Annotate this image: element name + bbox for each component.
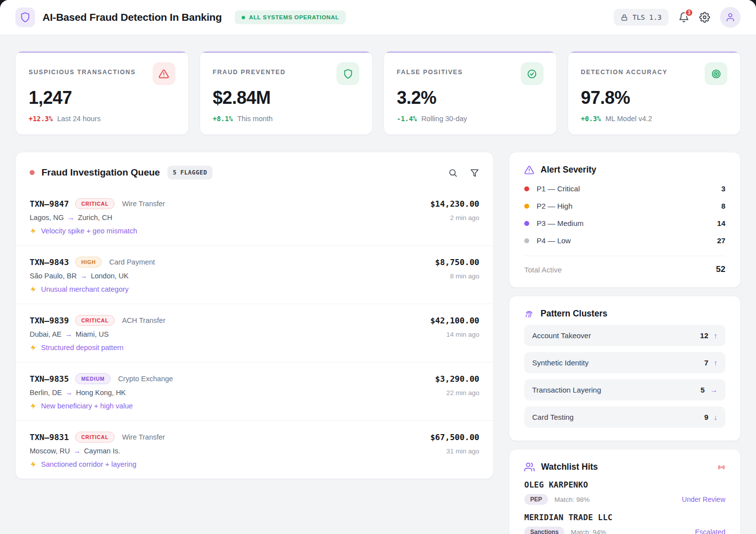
- cluster-row[interactable]: Transaction Layering 5 →: [524, 379, 725, 400]
- panel-title: Alert Severity: [541, 165, 596, 175]
- severity-dot-icon: [524, 221, 529, 226]
- transaction-id: TXN–9839: [30, 316, 69, 325]
- watchlist-status-link[interactable]: Escalated: [695, 528, 725, 534]
- transaction-amount: $8,750.00: [435, 258, 479, 267]
- panel-title: Pattern Clusters: [541, 309, 607, 319]
- transaction-row[interactable]: TXN–9847 CRITICAL Wire Transfer $14,230.…: [16, 187, 493, 245]
- route-from: São Paulo, BR: [30, 272, 77, 280]
- cluster-row[interactable]: Synthetic Identity 7 ↑: [524, 352, 725, 373]
- transaction-type: Wire Transfer: [122, 200, 165, 208]
- queue-header: Fraud Investigation Queue 5 FLAGGED: [16, 152, 493, 187]
- severity-dot-icon: [524, 186, 529, 191]
- stat-icon-chip: [521, 62, 544, 85]
- queue-title: Fraud Investigation Queue: [42, 167, 160, 178]
- severity-stat-row: P2 — High 8: [524, 197, 725, 215]
- route-arrow-icon: →: [65, 330, 73, 338]
- trend-down-icon: ↓: [714, 413, 718, 421]
- fraud-flag-reason: New beneficiary + high value: [41, 402, 133, 410]
- transaction-time: 22 min ago: [446, 389, 479, 397]
- severity-stat-row: P3 — Medium 14: [524, 215, 725, 232]
- flagged-count-badge: 5 FLAGGED: [168, 166, 213, 179]
- severity-count: 8: [721, 202, 725, 210]
- transaction-id: TXN–9843: [30, 258, 69, 267]
- severity-badge: CRITICAL: [75, 315, 114, 326]
- stat-label: FRAUD PREVENTED: [213, 69, 286, 76]
- watchlist-status-link[interactable]: Under Review: [682, 495, 725, 503]
- fraud-queue-panel: Fraud Investigation Queue 5 FLAGGED TXN–…: [15, 152, 494, 479]
- stat-label: DETECTION ACCURACY: [581, 69, 668, 76]
- header-actions: TLS 1.3 3: [614, 7, 741, 28]
- stat-value: 97.8%: [581, 88, 728, 108]
- transaction-row[interactable]: TXN–9839 CRITICAL ACH Transfer $42,100.0…: [16, 304, 493, 362]
- alert-triangle-icon: [524, 165, 534, 175]
- notifications-button[interactable]: 3: [678, 12, 689, 23]
- fraud-flag-reason: Sanctioned corridor + layering: [41, 460, 136, 468]
- route-to: London, UK: [91, 272, 129, 280]
- transaction-amount: $14,230.00: [430, 199, 479, 209]
- settings-button[interactable]: [699, 12, 710, 23]
- stat-label: SUSPICIOUS TRANSACTIONS: [29, 69, 136, 76]
- queue-dot-icon: [30, 170, 35, 175]
- fraud-dashboard-page: AI-Based Fraud Detection In Banking ALL …: [0, 0, 756, 534]
- trend-up-icon: ↑: [714, 358, 718, 367]
- stat-caption: Rolling 30-day: [421, 115, 467, 123]
- transaction-row[interactable]: TXN–9835 MEDIUM Crypto Exchange $3,290.0…: [16, 362, 493, 420]
- gear-icon: [699, 12, 710, 23]
- stat-icon-chip: [336, 62, 359, 85]
- filter-button[interactable]: [470, 168, 479, 178]
- severity-dot-icon: [524, 238, 529, 243]
- user-avatar[interactable]: [720, 7, 741, 28]
- stat-card-false-positives: FALSE POSITIVES 3.2% -1.4% Rolling 30-da…: [383, 51, 557, 135]
- stat-label: FALSE POSITIVES: [397, 69, 463, 76]
- stat-delta: +8.1%: [213, 115, 233, 123]
- watchlist-list-badge: PEP: [524, 494, 548, 505]
- transaction-amount: $67,500.00: [430, 433, 479, 442]
- stat-delta: +0.3%: [581, 115, 601, 123]
- filter-funnel-icon: [470, 168, 479, 178]
- search-button[interactable]: [448, 168, 458, 178]
- transaction-time: 31 min ago: [446, 447, 479, 455]
- stat-delta: +12.3%: [29, 115, 53, 123]
- route-arrow-icon: →: [67, 214, 75, 222]
- cluster-row[interactable]: Account Takeover 12 ↑: [524, 325, 725, 346]
- search-icon: [448, 168, 458, 178]
- main-content: Fraud Investigation Queue 5 FLAGGED TXN–…: [0, 135, 756, 534]
- severity-badge: MEDIUM: [75, 373, 110, 384]
- watchlist-name: MERIDIAN TRADE LLC: [524, 513, 725, 522]
- lock-icon: [621, 14, 628, 21]
- transaction-row[interactable]: TXN–9831 CRITICAL Wire Transfer $67,500.…: [16, 420, 493, 479]
- severity-label: P2 — High: [537, 202, 573, 210]
- transaction-time: 14 min ago: [446, 331, 479, 338]
- alert-triangle-icon: [159, 69, 169, 79]
- shield-icon: [20, 12, 31, 23]
- check-circle-icon: [527, 69, 537, 79]
- severity-count: 14: [717, 219, 725, 227]
- watchlist-entry[interactable]: OLEG KARPENKO PEP Match: 98% Under Revie…: [524, 480, 725, 505]
- total-active-row: Total Active 52: [524, 256, 725, 274]
- stat-caption: ML Model v4.2: [605, 115, 652, 123]
- stat-icon-chip: [153, 62, 175, 85]
- transaction-type: Card Payment: [109, 258, 155, 266]
- stat-value: $2.84M: [213, 88, 360, 108]
- watchlist-entry[interactable]: MERIDIAN TRADE LLC Sanctions Match: 94% …: [524, 513, 725, 534]
- route-from: Dubai, AE: [30, 330, 62, 338]
- shield-icon: [343, 69, 353, 79]
- cluster-row[interactable]: Card Testing 9 ↓: [524, 406, 725, 428]
- stat-icon-chip: [705, 62, 727, 85]
- watchlist-hits-panel: Watchlist Hits OLEG KARPENKO PEP Match: …: [509, 449, 741, 534]
- total-active-value: 52: [716, 265, 725, 274]
- cluster-label: Account Takeover: [532, 331, 591, 340]
- total-active-label: Total Active: [524, 266, 562, 274]
- trend-flat-icon: →: [710, 386, 717, 394]
- severity-label: P4 — Low: [537, 236, 571, 245]
- panel-title: Watchlist Hits: [541, 462, 598, 472]
- stat-caption: Last 24 hours: [57, 115, 101, 123]
- transaction-row[interactable]: TXN–9843 HIGH Card Payment $8,750.00 São…: [16, 245, 493, 304]
- stat-value: 1,247: [29, 88, 175, 108]
- bolt-icon: [30, 461, 37, 468]
- transaction-type: Wire Transfer: [122, 433, 165, 441]
- tls-badge-label: TLS 1.3: [632, 13, 662, 21]
- stat-value: 3.2%: [397, 88, 544, 108]
- route-from: Lagos, NG: [30, 214, 64, 222]
- transaction-time: 8 min ago: [450, 272, 479, 280]
